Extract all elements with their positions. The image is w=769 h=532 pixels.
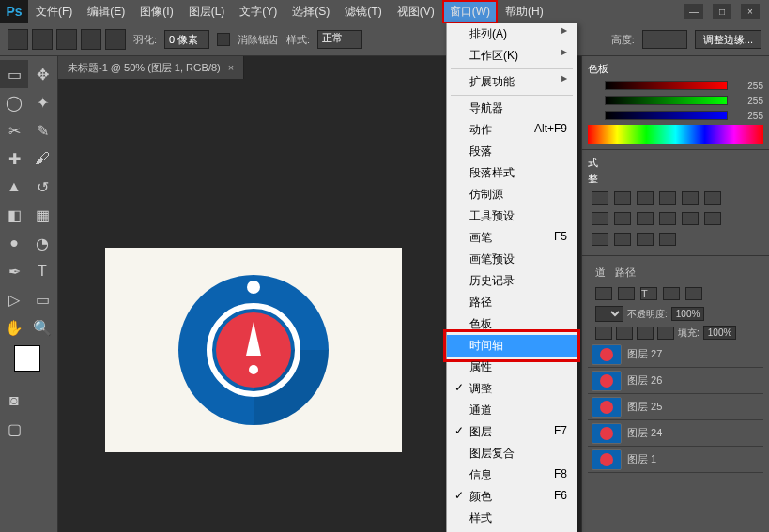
adjust-icon[interactable] (682, 191, 699, 205)
menu-item[interactable]: 视图(V) (390, 0, 442, 23)
adjust-icon[interactable] (592, 212, 608, 225)
move-tool[interactable]: ✥ (28, 60, 56, 88)
lock-icon[interactable] (657, 327, 674, 340)
color-swatch[interactable] (8, 345, 50, 383)
fg-color-icon[interactable] (14, 345, 40, 372)
screenmode-tool[interactable]: ▢ (0, 415, 28, 443)
adjust-icon[interactable] (592, 191, 608, 205)
gradient-tool[interactable]: ▦ (28, 201, 56, 229)
filter-icon[interactable] (685, 287, 702, 300)
lock-icon[interactable] (637, 327, 654, 340)
menu-item[interactable]: 窗口(W) (442, 0, 498, 23)
zoom-tool[interactable]: 🔍 (28, 313, 56, 342)
r-slider[interactable] (605, 81, 728, 90)
adjust-icon[interactable] (592, 233, 608, 246)
marquee-icon[interactable] (8, 29, 28, 50)
dropdown-item[interactable]: 历史记录 (447, 270, 577, 292)
feather-input[interactable] (164, 30, 209, 49)
dropdown-item[interactable]: 段落 (447, 141, 577, 162)
b-slider[interactable] (605, 111, 728, 120)
sel-sub-icon[interactable] (81, 29, 101, 50)
width-input[interactable] (642, 30, 687, 49)
menu-item[interactable]: 编辑(E) (80, 0, 132, 23)
dropdown-item[interactable]: 工作区(K) (447, 45, 577, 67)
sel-add-icon[interactable] (56, 29, 77, 50)
dropdown-item[interactable]: 路径 (447, 292, 577, 313)
blend-mode-select[interactable] (595, 306, 623, 322)
menu-item[interactable]: 图像(I) (132, 0, 180, 23)
dropdown-item[interactable]: 动作Alt+F9 (447, 119, 577, 141)
stamp-tool[interactable]: ▲ (0, 173, 28, 201)
blur-tool[interactable]: ● (0, 229, 28, 257)
hand-tool[interactable]: ✋ (0, 313, 28, 342)
dropdown-item[interactable]: 画笔预设 (447, 249, 577, 270)
shape-tool[interactable]: ▭ (28, 285, 56, 313)
dropdown-item[interactable]: 调整 (447, 378, 577, 400)
eraser-tool[interactable]: ◧ (0, 201, 28, 229)
dropdown-item[interactable]: 样式 (447, 508, 577, 529)
paths-tab[interactable]: 路径 (615, 266, 636, 280)
lasso-tool[interactable]: ◯ (0, 88, 28, 116)
menu-item[interactable]: 选择(S) (285, 0, 337, 23)
tab-close-icon[interactable]: × (228, 62, 234, 73)
adjust-icon[interactable] (659, 233, 676, 246)
dropdown-item[interactable]: 扩展功能 (447, 71, 577, 93)
crop-tool[interactable]: ✂ (0, 116, 28, 144)
pen-tool[interactable]: ✒ (0, 257, 28, 285)
path-select-tool[interactable]: ▷ (0, 285, 28, 313)
sel-new-icon[interactable] (32, 29, 53, 50)
lock-icon[interactable] (595, 327, 612, 340)
adjust-icon[interactable] (637, 191, 654, 205)
close-button[interactable]: × (741, 4, 760, 19)
canvas[interactable] (105, 248, 402, 452)
marquee-tool[interactable]: ▭ (0, 60, 28, 88)
dropdown-item[interactable]: 时间轴 (447, 335, 577, 357)
adjust-icon[interactable] (704, 191, 721, 205)
menu-item[interactable]: 文件(F) (28, 0, 80, 23)
dropdown-item[interactable]: 排列(A) (447, 23, 577, 45)
dodge-tool[interactable]: ◔ (28, 229, 56, 257)
dropdown-item[interactable]: 图层复合 (447, 443, 577, 464)
brush-tool[interactable]: 🖌 (28, 144, 56, 173)
menu-item[interactable]: 文字(Y) (232, 0, 285, 23)
layer-row[interactable]: 图层 1 (588, 447, 763, 473)
swatches-tab[interactable]: 色板 (588, 62, 608, 76)
antialias-check[interactable] (217, 33, 230, 46)
dropdown-item[interactable]: 画笔F5 (447, 227, 577, 249)
filter-icon[interactable] (595, 287, 612, 300)
filter-icon[interactable] (618, 287, 635, 300)
menu-item[interactable]: 帮助(H) (498, 0, 551, 23)
style-select[interactable]: 正常 (317, 30, 362, 49)
dropdown-item[interactable]: 段落样式 (447, 162, 577, 184)
adjust-icon[interactable] (614, 191, 631, 205)
document-tab[interactable]: 未标题-1 @ 50% (图层 1, RGB/8) × (58, 56, 244, 79)
adjust-icon[interactable] (659, 212, 676, 225)
fill-value[interactable]: 100% (703, 326, 737, 340)
lock-icon[interactable] (616, 327, 633, 340)
adjust-icon[interactable] (614, 233, 631, 246)
wand-tool[interactable]: ✦ (28, 88, 56, 116)
menu-item[interactable]: 图层(L) (181, 0, 233, 23)
sel-inter-icon[interactable] (105, 29, 126, 50)
quickmask-tool[interactable]: ◙ (0, 387, 28, 415)
dropdown-item[interactable]: 仿制源 (447, 184, 577, 205)
dropdown-item[interactable]: 工具预设 (447, 205, 577, 227)
type-tool[interactable]: T (28, 257, 56, 285)
layer-row[interactable]: 图层 24 (588, 420, 763, 447)
history-brush-tool[interactable]: ↺ (28, 173, 56, 201)
adjust-icon[interactable] (682, 212, 699, 225)
spectrum-bar[interactable] (588, 125, 763, 144)
channels-tab[interactable]: 道 (595, 266, 606, 280)
dropdown-item[interactable]: 属性 (447, 357, 577, 378)
filter-icon[interactable]: T (640, 287, 657, 300)
adjust-icon[interactable] (704, 212, 721, 225)
maximize-button[interactable]: □ (713, 4, 731, 19)
adjust-icon[interactable] (659, 191, 676, 205)
dropdown-item[interactable]: 信息F8 (447, 464, 577, 486)
minimize-button[interactable]: — (684, 4, 703, 19)
adjust-icon[interactable] (637, 233, 654, 246)
adjust-icon[interactable] (637, 212, 654, 225)
styles-tab[interactable]: 式 (588, 156, 598, 170)
adjust-icon[interactable] (614, 212, 631, 225)
opacity-value[interactable]: 100% (671, 307, 705, 321)
